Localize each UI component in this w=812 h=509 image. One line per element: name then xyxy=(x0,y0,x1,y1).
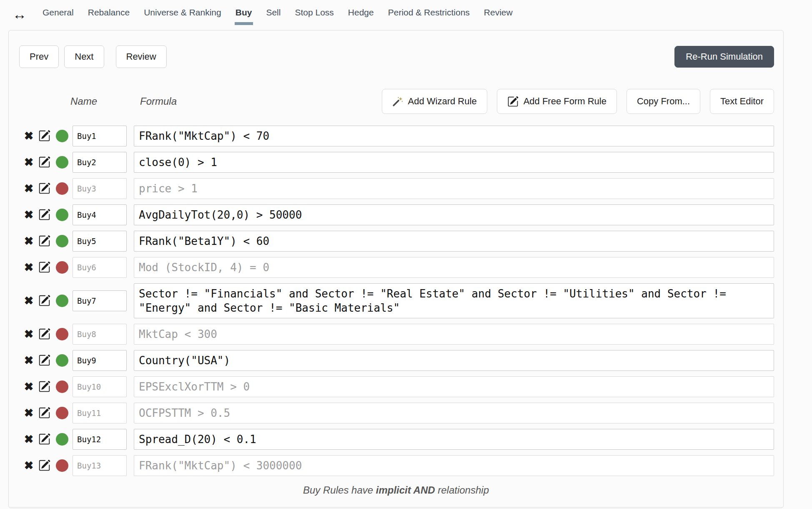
rule-formula-input[interactable]: Mod (StockID, 4) = 0 xyxy=(134,257,774,278)
nav-tab-general[interactable]: General xyxy=(43,5,74,23)
edit-rule-icon[interactable] xyxy=(38,407,51,419)
edit-rule-icon[interactable] xyxy=(38,328,51,340)
rule-status-toggle[interactable] xyxy=(56,156,68,169)
nav-tab-hedge[interactable]: Hedge xyxy=(348,5,374,23)
rule-status-toggle[interactable] xyxy=(56,295,68,307)
prev-button[interactable]: Prev xyxy=(19,45,59,68)
rule-rows: ✖ FRank("MktCap") < 70 ✖ close(0) > 1 ✖ xyxy=(9,126,783,476)
rule-action-buttons: Add Wizard Rule Add Free Form Rule Copy … xyxy=(382,89,774,114)
next-button[interactable]: Next xyxy=(64,45,104,68)
edit-rule-icon[interactable] xyxy=(38,433,51,446)
rule-status-toggle[interactable] xyxy=(56,235,68,247)
rule-name-input[interactable] xyxy=(73,350,127,371)
edit-rule-icon[interactable] xyxy=(38,295,51,307)
implicit-and-note: Buy Rules have implicit AND relationship xyxy=(9,484,783,496)
nav-tab-period-restrictions[interactable]: Period & Restrictions xyxy=(388,5,470,23)
rule-name-input[interactable] xyxy=(73,178,127,199)
rule-name-input[interactable] xyxy=(73,455,127,476)
rule-formula-input[interactable]: close(0) > 1 xyxy=(134,152,774,173)
rule-row: ✖ FRank("Beta1Y") < 60 xyxy=(23,231,774,252)
rule-name-input[interactable] xyxy=(73,204,127,225)
rule-row: ✖ Country("USA") xyxy=(23,350,774,371)
copy-from-button[interactable]: Copy From... xyxy=(627,89,700,114)
rule-row: ✖ close(0) > 1 xyxy=(23,152,774,173)
rule-status-toggle[interactable] xyxy=(56,407,68,419)
delete-rule-icon[interactable]: ✖ xyxy=(23,209,35,221)
review-button[interactable]: Review xyxy=(116,45,167,68)
nav-tab-rebalance[interactable]: Rebalance xyxy=(88,5,130,23)
rule-name-input[interactable] xyxy=(73,290,127,311)
delete-rule-icon[interactable]: ✖ xyxy=(23,131,35,142)
rule-name-input[interactable] xyxy=(73,324,127,345)
rule-status-toggle[interactable] xyxy=(56,380,68,393)
edit-rule-icon[interactable] xyxy=(38,354,51,367)
rule-status-toggle[interactable] xyxy=(56,182,68,195)
name-column-header: Name xyxy=(70,96,97,107)
add-wizard-rule-button[interactable]: Add Wizard Rule xyxy=(382,89,487,114)
delete-rule-icon[interactable]: ✖ xyxy=(23,183,35,194)
rule-status-toggle[interactable] xyxy=(56,459,68,472)
nav-tab-universe-ranking[interactable]: Universe & Ranking xyxy=(144,5,221,23)
rule-name-input[interactable] xyxy=(73,126,127,146)
rules-header-row: Name Formula Add Wizard Rule xyxy=(9,89,774,114)
rule-name-input[interactable] xyxy=(73,403,127,423)
rule-formula-input[interactable]: EPSExclXorTTM > 0 xyxy=(134,376,774,397)
delete-rule-icon[interactable]: ✖ xyxy=(23,329,35,340)
rule-status-toggle[interactable] xyxy=(56,130,68,142)
rule-formula-input[interactable]: Country("USA") xyxy=(134,350,774,371)
edit-rule-icon[interactable] xyxy=(38,235,51,247)
double-arrow-icon[interactable]: ↔ xyxy=(13,7,27,21)
rule-formula-input[interactable]: Sector != "Financials" and Sector != "Re… xyxy=(134,283,774,318)
add-wizard-rule-label: Add Wizard Rule xyxy=(408,96,477,107)
delete-rule-icon[interactable]: ✖ xyxy=(23,460,35,471)
rule-status-toggle[interactable] xyxy=(56,354,68,367)
edit-rule-icon[interactable] xyxy=(38,209,51,221)
rule-formula-input[interactable]: price > 1 xyxy=(134,178,774,199)
delete-rule-icon[interactable]: ✖ xyxy=(23,157,35,168)
nav-tab-review[interactable]: Review xyxy=(484,5,513,23)
delete-rule-icon[interactable]: ✖ xyxy=(23,408,35,419)
nav-tab-buy[interactable]: Buy xyxy=(236,5,252,23)
rerun-simulation-button[interactable]: Re-Run Simulation xyxy=(674,46,774,68)
edit-rule-icon[interactable] xyxy=(38,130,51,142)
rule-name-input[interactable] xyxy=(73,376,127,397)
edit-rule-icon[interactable] xyxy=(38,261,51,274)
rule-row: ✖ FRank("MktCap") < 3000000 xyxy=(23,455,774,476)
rule-status-toggle[interactable] xyxy=(56,209,68,221)
rule-formula-input[interactable]: FRank("MktCap") < 70 xyxy=(134,126,774,146)
rules-list: ✖ FRank("MktCap") < 70 ✖ close(0) > 1 ✖ xyxy=(9,126,783,507)
rule-name-input[interactable] xyxy=(73,231,127,252)
delete-rule-icon[interactable]: ✖ xyxy=(23,236,35,247)
pencil-square-icon xyxy=(507,96,519,107)
edit-rule-icon[interactable] xyxy=(38,459,51,472)
delete-rule-icon[interactable]: ✖ xyxy=(23,381,35,393)
rule-row: ✖ AvgDailyTot(20,0) > 50000 xyxy=(23,204,774,225)
rule-formula-input[interactable]: AvgDailyTot(20,0) > 50000 xyxy=(134,204,774,225)
edit-rule-icon[interactable] xyxy=(38,156,51,169)
rule-name-input[interactable] xyxy=(73,429,127,450)
rule-formula-input[interactable]: FRank("Beta1Y") < 60 xyxy=(134,231,774,252)
rule-formula-input[interactable]: FRank("MktCap") < 3000000 xyxy=(134,455,774,476)
delete-rule-icon[interactable]: ✖ xyxy=(23,355,35,366)
rule-row: ✖ price > 1 xyxy=(23,178,774,199)
rule-formula-input[interactable]: Spread_D(20) < 0.1 xyxy=(134,429,774,450)
bottom-divider xyxy=(9,507,783,507)
edit-rule-icon[interactable] xyxy=(38,380,51,393)
rule-formula-input[interactable]: OCFPSTTM > 0.5 xyxy=(134,403,774,423)
delete-rule-icon[interactable]: ✖ xyxy=(23,262,35,273)
rule-row: ✖ Mod (StockID, 4) = 0 xyxy=(23,257,774,278)
text-editor-button[interactable]: Text Editor xyxy=(710,89,774,114)
rule-status-toggle[interactable] xyxy=(56,261,68,274)
rule-status-toggle[interactable] xyxy=(56,328,68,340)
nav-tab-stop-loss[interactable]: Stop Loss xyxy=(295,5,333,23)
rule-name-input[interactable] xyxy=(73,257,127,278)
magic-wand-icon xyxy=(392,96,403,107)
edit-rule-icon[interactable] xyxy=(38,182,51,195)
rule-status-toggle[interactable] xyxy=(56,433,68,446)
nav-tab-sell[interactable]: Sell xyxy=(266,5,281,23)
delete-rule-icon[interactable]: ✖ xyxy=(23,295,35,307)
rule-formula-input[interactable]: MktCap < 300 xyxy=(134,324,774,345)
add-free-form-rule-button[interactable]: Add Free Form Rule xyxy=(497,89,617,114)
delete-rule-icon[interactable]: ✖ xyxy=(23,434,35,445)
rule-name-input[interactable] xyxy=(73,152,127,173)
